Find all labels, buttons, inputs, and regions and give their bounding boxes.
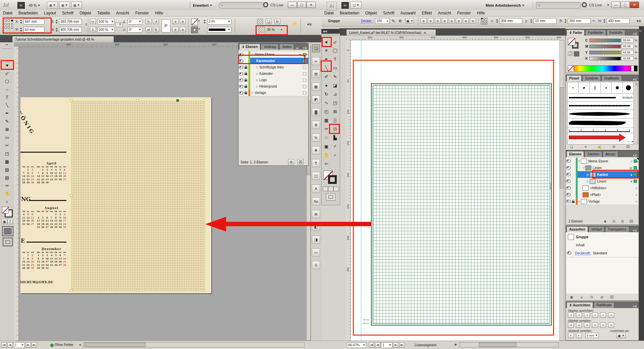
layer-row-body[interactable]: ▷Vorlage xyxy=(250,90,308,96)
dock-collapse-icon[interactable]: ▸▸ xyxy=(639,30,644,34)
formatting-container-button[interactable]: ▣ xyxy=(1,219,7,224)
stroke-style-dropdown[interactable] xyxy=(207,27,231,33)
tab-transparenz[interactable]: Transparenz xyxy=(605,226,629,232)
brush-row[interactable] xyxy=(568,110,634,118)
selection-handle[interactable] xyxy=(70,289,72,292)
stroke-flyout-icon[interactable]: ▸ xyxy=(199,19,200,22)
fill-swatch[interactable] xyxy=(191,27,198,33)
tab-ebenen[interactable]: ⇕ Ebenen xyxy=(239,44,260,50)
selection-handle[interactable] xyxy=(70,99,72,102)
align-objects-button[interactable]: ⫞ xyxy=(568,312,574,318)
shape-builder-tool[interactable]: ◰ xyxy=(322,107,330,115)
height-stepper[interactable] xyxy=(55,27,58,33)
layer-visibility-cell[interactable] xyxy=(238,83,244,90)
hand-tool[interactable]: ✋ xyxy=(322,151,330,159)
eyedropper-tool[interactable]: ✑ xyxy=(2,182,12,189)
layer-row-body[interactable]: ▽Meine Ebene✒ xyxy=(250,51,308,58)
new-art-maintain-icon[interactable]: ▣ xyxy=(569,294,575,300)
brush-swatch[interactable] xyxy=(579,82,590,93)
opacity-field[interactable]: 100▸ xyxy=(375,18,390,24)
width-tool[interactable]: ∿ xyxy=(322,99,330,107)
reference-point-proxy[interactable] xyxy=(481,18,488,25)
align-shortcut-icon[interactable]: ≑ xyxy=(435,18,441,23)
pencil-tool[interactable]: ✎ xyxy=(2,117,12,125)
rectangle-tool[interactable]: ▭ xyxy=(2,134,12,141)
rotate-cw-button[interactable]: ↻ xyxy=(146,19,152,24)
spacing-value-field[interactable]: 0 mm xyxy=(585,333,599,338)
layer-row-body[interactable]: <Hilfslinie>○ xyxy=(578,185,639,191)
line-segment-tool[interactable]: ╲ xyxy=(322,64,330,72)
delete-brush-icon[interactable]: ⌧ xyxy=(625,144,631,149)
layer-selection-square[interactable] xyxy=(634,166,637,169)
last-page-button[interactable]: ▶| xyxy=(32,342,37,348)
opacity-link[interactable]: Deckkr.: xyxy=(361,19,373,23)
indesign-menu-schrift[interactable]: Schrift xyxy=(59,10,76,16)
gradient-feather-tool[interactable]: ▨ xyxy=(2,166,12,173)
proxy-point[interactable] xyxy=(481,23,483,24)
channel-slider[interactable] xyxy=(589,45,621,48)
next-page-button[interactable]: ▶ xyxy=(393,342,398,348)
align-objects-button[interactable]: ⫞ xyxy=(592,312,598,318)
cs-live-label[interactable]: CS Live xyxy=(270,3,287,8)
opacity-flyout-icon[interactable]: ▸ xyxy=(281,28,282,31)
distribute-spacing-button[interactable]: ⫦ xyxy=(576,333,582,338)
selection-handle[interactable] xyxy=(203,99,205,102)
swatches-panel-icon[interactable]: ▦ xyxy=(312,83,320,91)
brush-swatch[interactable] xyxy=(590,82,601,93)
links-panel-icon[interactable]: ∞ xyxy=(312,57,320,65)
layer-visibility-cell[interactable] xyxy=(238,90,244,96)
align-shortcut-icon[interactable]: ≑ xyxy=(449,18,455,23)
glyphs-panel-icon[interactable]: Aa xyxy=(312,197,320,205)
type-tool[interactable]: T xyxy=(2,93,12,101)
prev-page-button[interactable]: ◀ xyxy=(7,342,13,348)
layers-panel-icon[interactable]: ❏ xyxy=(312,44,320,52)
channel-value-field[interactable]: 32,68 xyxy=(622,56,634,61)
free-transform-tool[interactable]: ◳ xyxy=(2,150,12,157)
indesign-minimize-button[interactable]: — xyxy=(288,2,297,8)
layer-visibility-cell[interactable] xyxy=(238,51,244,58)
tab-pathfinder[interactable]: Pathfinder xyxy=(594,302,614,308)
expand-icon[interactable]: ▷ xyxy=(256,72,258,75)
object-styles-panel-icon[interactable]: ◨ xyxy=(312,236,320,244)
tab-ausrichten[interactable]: ⇕ Ausrichten xyxy=(567,302,593,308)
distribute-spacing-button[interactable]: ⫦ xyxy=(568,333,574,338)
stroke-panel-icon[interactable]: ≣ xyxy=(312,121,320,129)
brush-swatch[interactable] xyxy=(612,82,623,93)
x-field[interactable]: 304 mm xyxy=(499,18,522,24)
view-options-button[interactable]: ▦ xyxy=(47,2,58,9)
layer-row-body[interactable]: ▷Kariert◕ xyxy=(578,171,639,178)
layer-visibility-cell[interactable] xyxy=(566,158,571,164)
page-number-field[interactable]: 1 xyxy=(13,342,25,348)
layer-selection-square[interactable] xyxy=(303,79,306,82)
workspace-switcher[interactable]: Mein Arbeitsbereich xyxy=(486,3,531,8)
direct-selection-tool[interactable]: ▻ xyxy=(2,69,12,77)
pages-panel-icon[interactable]: ▤ xyxy=(312,70,320,78)
free-transform-tool[interactable]: ◳ xyxy=(331,99,339,107)
text-wrap-panel-icon[interactable]: ▭ xyxy=(312,248,320,256)
gradient-tool[interactable]: ▒ xyxy=(331,116,339,124)
illustrator-close-button[interactable]: ✕ xyxy=(630,2,639,8)
layer-visibility-cell[interactable] xyxy=(238,58,244,64)
proxy-point[interactable] xyxy=(8,27,10,29)
screen-mode-button[interactable] xyxy=(3,238,13,246)
hand-tool[interactable]: ✋ xyxy=(2,190,12,197)
delete-item-icon[interactable]: ⌧ xyxy=(609,294,615,300)
channel-value-field[interactable]: 55,94 xyxy=(622,38,634,43)
expand-icon[interactable]: ▷ xyxy=(587,180,589,183)
layer-row[interactable]: ▷Liniert◕ xyxy=(566,178,639,185)
layer-selection-square[interactable] xyxy=(303,91,306,95)
fx-icon[interactable]: ⊞ xyxy=(599,294,605,300)
appearance-row[interactable]: Gruppe xyxy=(566,233,639,241)
distribute-objects-button[interactable]: ⫤ xyxy=(584,322,590,328)
constrain-dimensions-icon[interactable]: ∞ xyxy=(82,23,89,27)
indesign-vertical-ruler[interactable] xyxy=(14,47,19,341)
tab-close-icon[interactable]: ✕ xyxy=(424,31,426,35)
illustrator-menu-datei[interactable]: Datei xyxy=(321,10,337,16)
layer-row[interactable]: ▷Kariert◕ xyxy=(566,171,639,178)
height-field[interactable]: 400,706 mm xyxy=(59,27,82,33)
brush-libraries-icon[interactable]: ❏ xyxy=(569,144,575,149)
layer-row[interactable]: ▷Schriftzüge links xyxy=(238,64,308,71)
scale-y-field[interactable]: 100 % xyxy=(97,27,115,33)
panel-menu-icon[interactable]: ▾≣ xyxy=(631,154,639,157)
indesign-menu-tabelle[interactable]: Tabelle xyxy=(94,10,113,16)
